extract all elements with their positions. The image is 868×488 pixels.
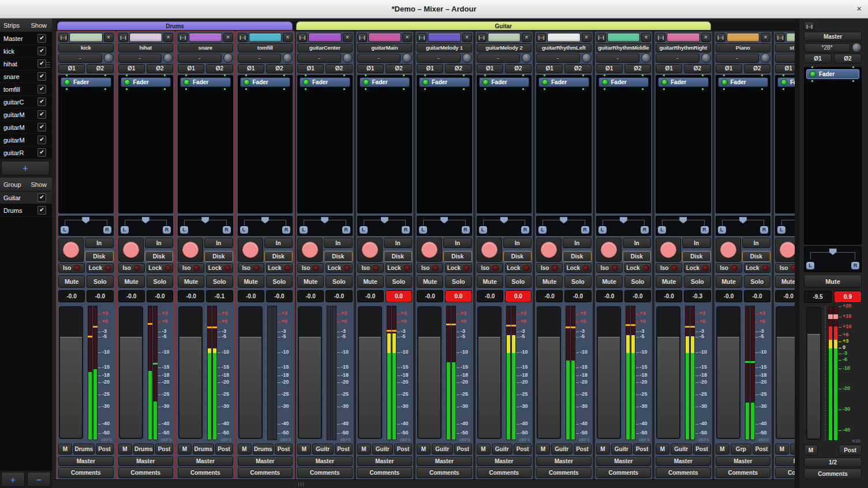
fader-slider[interactable] — [238, 306, 263, 439]
scrollbar-grip[interactable] — [298, 482, 304, 486]
group-button[interactable]: Guitr — [372, 444, 394, 455]
gain-display[interactable]: -0.0 — [118, 290, 145, 302]
monitor-button[interactable]: M — [357, 444, 371, 455]
phase-2-button[interactable]: Ø2 — [386, 64, 412, 73]
isolate-button[interactable]: Iso — [716, 263, 742, 273]
strip-visible-checkbox[interactable]: ✔ — [38, 123, 46, 132]
lock-button[interactable]: Lock — [266, 263, 293, 273]
phase-2-button[interactable]: Ø2 — [445, 64, 472, 73]
trim-knob[interactable] — [402, 53, 412, 63]
phase-1-button[interactable]: Ø1 — [357, 64, 384, 73]
processor-box[interactable]: Fader — [477, 75, 532, 213]
group-tab-guitar[interactable]: Guitar — [296, 21, 711, 30]
input-button[interactable]: In — [742, 238, 771, 248]
mute-button[interactable]: Mute — [716, 275, 742, 288]
routing-button[interactable]: - — [238, 54, 282, 63]
lock-button[interactable]: Lock — [147, 263, 173, 273]
fader-slider[interactable] — [59, 306, 83, 439]
strip-close-icon[interactable]: × — [522, 33, 532, 42]
add-strip-button[interactable]: + — [1, 161, 50, 175]
monitor-button[interactable]: M — [178, 444, 192, 455]
fader-processor[interactable]: Fader — [598, 77, 649, 87]
lock-button[interactable]: Lock — [326, 263, 352, 273]
fader-processor[interactable]: Fader — [121, 77, 171, 87]
strip-name-button[interactable]: Piano — [716, 43, 771, 52]
monitor-button[interactable]: M — [536, 444, 550, 455]
strip-close-icon[interactable]: × — [761, 33, 770, 42]
strip-visible-checkbox[interactable]: ✔ — [38, 136, 46, 144]
strip-name-button[interactable]: guitarRhythmRight — [656, 43, 711, 52]
strip-width-icon[interactable]: |↔| — [716, 33, 725, 42]
solo-button[interactable]: Solo — [147, 275, 173, 288]
phase-1-button[interactable]: Ø1 — [536, 64, 563, 73]
fader-processor[interactable]: Fader — [479, 77, 530, 87]
strip-width-icon[interactable]: |↔| — [238, 33, 248, 42]
gain-display[interactable]: -0.0 — [178, 290, 204, 302]
isolate-button[interactable]: Iso — [477, 263, 503, 273]
routing-button[interactable]: - — [477, 54, 521, 63]
strip-color-swatch[interactable] — [547, 33, 581, 42]
strip-width-icon[interactable]: |↔| — [357, 33, 367, 42]
post-button[interactable]: Post — [633, 444, 651, 455]
disk-button[interactable]: Disk — [623, 251, 652, 262]
strip-color-swatch[interactable] — [69, 33, 103, 42]
processor-box[interactable]: Fader — [58, 75, 114, 213]
disk-button[interactable]: Disk — [563, 251, 592, 262]
isolate-button[interactable]: Iso — [596, 263, 623, 273]
master-monitor-button[interactable]: M — [804, 445, 818, 456]
lock-button[interactable]: Lock — [206, 263, 233, 273]
master-phase-1-button[interactable]: Ø1 — [804, 54, 832, 63]
gain-display[interactable]: -0.0 — [238, 290, 264, 302]
record-enable-button[interactable] — [118, 238, 144, 262]
master-phase-2-button[interactable]: Ø2 — [834, 54, 862, 63]
solo-button[interactable]: Solo — [445, 275, 472, 288]
group-tab-drums[interactable]: Drums — [57, 21, 293, 30]
output-button[interactable]: Master — [716, 456, 771, 466]
strip-color-swatch[interactable] — [727, 33, 760, 42]
strip-close-icon[interactable]: × — [343, 33, 353, 42]
output-button[interactable]: Master — [238, 456, 293, 466]
group-button[interactable]: Drums — [253, 444, 274, 455]
record-enable-button[interactable] — [297, 238, 323, 262]
output-button[interactable]: Master — [58, 456, 114, 466]
strip-visible-checkbox[interactable]: ✔ — [38, 148, 46, 157]
group-button[interactable]: Guitr — [312, 444, 334, 455]
phase-1-button[interactable]: Ø1 — [596, 64, 623, 73]
strip-visible-checkbox[interactable]: ✔ — [38, 34, 46, 43]
trim-knob[interactable] — [283, 53, 293, 63]
mute-button[interactable]: Mute — [656, 275, 682, 288]
solo-button[interactable]: Solo — [505, 275, 532, 288]
fader-slider[interactable] — [417, 306, 442, 439]
monitor-button[interactable]: M — [656, 444, 669, 455]
disk-button[interactable]: Disk — [384, 251, 413, 262]
group-button[interactable]: Drums — [73, 444, 95, 455]
routing-button[interactable]: - — [775, 54, 795, 63]
master-mute-button[interactable]: Mute — [804, 275, 862, 288]
disk-button[interactable]: Disk — [145, 251, 174, 262]
strip-color-swatch[interactable] — [308, 33, 342, 42]
group-button[interactable]: Guitr — [492, 444, 513, 455]
isolate-button[interactable]: Iso — [58, 263, 85, 273]
comments-button[interactable]: Comments — [58, 467, 114, 478]
output-button[interactable]: Master — [656, 456, 711, 466]
trim-knob[interactable] — [163, 53, 173, 63]
comments-button[interactable]: Comments — [357, 467, 413, 478]
phase-1-button[interactable]: Ø1 — [118, 64, 145, 73]
input-button[interactable]: In — [85, 238, 114, 248]
strip-width-icon[interactable]: |↔| — [417, 33, 426, 42]
output-button[interactable]: Master — [178, 456, 233, 466]
comments-button[interactable]: Comments — [656, 467, 711, 478]
strip-name-button[interactable]: guitarMain — [357, 43, 413, 52]
output-button[interactable]: Master — [536, 456, 592, 466]
peak-display[interactable]: -0.0 — [147, 290, 173, 302]
mute-button[interactable]: Mute — [536, 275, 563, 288]
strip-list-item[interactable]: guitarC✔ — [0, 96, 52, 108]
gain-display[interactable]: -0.0 — [716, 290, 742, 302]
strip-visible-checkbox[interactable]: ✔ — [38, 97, 46, 106]
strip-list-item[interactable]: guitarM✔ — [0, 108, 52, 121]
phase-2-button[interactable]: Ø2 — [505, 64, 532, 73]
processor-box[interactable]: Fader — [118, 75, 174, 213]
fader-processor[interactable]: Fader — [718, 77, 769, 87]
peak-display[interactable]: -0.0 — [564, 290, 591, 302]
peak-display[interactable]: -0.1 — [206, 290, 233, 302]
